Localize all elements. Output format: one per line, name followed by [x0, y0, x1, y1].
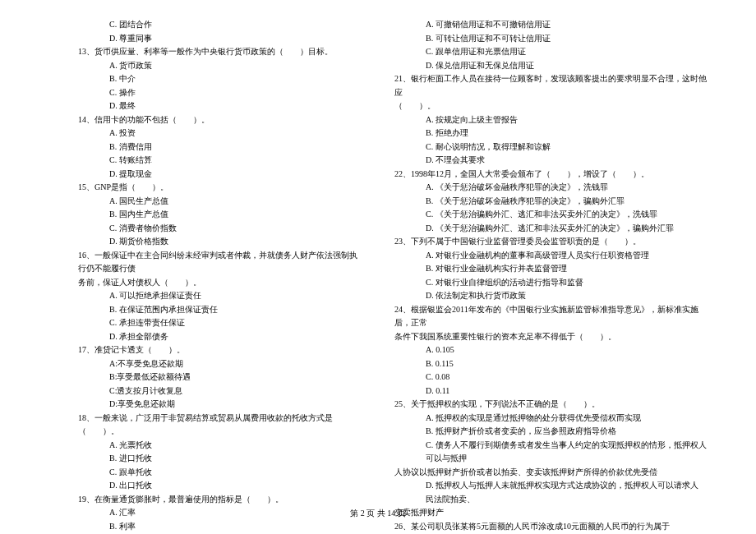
q13-option-c: C. 操作	[78, 86, 362, 100]
page-footer: 第 2 页 共 14 页	[0, 508, 756, 519]
q13-option-a: A. 货币政策	[78, 59, 362, 73]
q23-option-b: B. 对银行业金融机构实行并表监督管理	[394, 262, 707, 276]
q25: 25、关于抵押权的实现，下列说法不正确的是（ ）。	[394, 398, 707, 412]
q20-option-c: C. 跟单信用证和光票信用证	[394, 45, 707, 59]
q14-option-a: A. 投资	[78, 127, 362, 140]
q19: 19、在衡量通货膨胀时，最普遍使用的指标是（ ）。	[78, 493, 362, 507]
q15-option-d: D. 期货价格指数	[78, 235, 362, 249]
q18-option-d: D. 出口托收	[78, 479, 362, 493]
q17: 17、准贷记卡透支（ ）。	[78, 343, 362, 357]
q24-cont: 条件下我国系统重要性银行的资本充足率不得低于（ ）。	[394, 330, 707, 344]
q24-option-b: B. 0.115	[394, 357, 707, 371]
q23-option-c: C. 对银行业自律组织的活动进行指导和监督	[394, 276, 707, 290]
q21-option-c: C. 耐心说明情况，取得理解和谅解	[394, 140, 707, 154]
q16-option-d: D. 承担全部债务	[78, 330, 362, 344]
q18-option-c: C. 跟单托收	[78, 466, 362, 480]
q12-option-d: D. 尊重同事	[78, 32, 362, 46]
q17-option-a: A:不享受免息还款期	[78, 357, 362, 371]
q22-option-a: A. 《关于惩治破坏金融秩序犯罪的决定》，洗钱罪	[394, 181, 707, 195]
q16-cont: 务前，保证人对债权人（ ）。	[78, 276, 362, 290]
q25-c-cont: 人协议以抵押财产折价或者以拍卖、变卖该抵押财产所得的价款优先受偿	[394, 466, 707, 480]
q19-option-b: B. 利率	[78, 520, 362, 534]
q16-option-a: A. 可以拒绝承担保证责任	[78, 289, 362, 303]
q17-option-b: B:享受最低还款额待遇	[78, 371, 362, 384]
q16-option-c: C. 承担连带责任保证	[78, 316, 362, 330]
q25-option-c: C. 债务人不履行到期债务或者发生当事人约定的实现抵押权的情形，抵押权人可以与抵…	[394, 439, 707, 466]
q12-option-c: C. 团结合作	[78, 18, 362, 32]
q24-option-a: A. 0.105	[394, 343, 707, 357]
q14-option-c: C. 转账结算	[78, 154, 362, 168]
q16-option-b: B. 在保证范围内承担保证责任	[78, 303, 362, 317]
q22: 22、1998年12月，全国人大常委会颁布了（ ），增设了（ ）。	[394, 168, 707, 182]
page-container: C. 团结合作 D. 尊重同事 13、货币供应量、利率等一般作为中央银行货币政策…	[0, 0, 756, 501]
q21-option-b: B. 拒绝办理	[394, 127, 707, 140]
q25-option-b: B. 抵押财产折价或者变卖的，应当参照政府指导价格	[394, 425, 707, 439]
q25-option-d: D. 抵押权人与抵押人未就抵押权实现方式达成协议的，抵押权人可以请求人民法院拍卖…	[394, 479, 707, 506]
q22-option-c: C. 《关于惩治骗购外汇、逃汇和非法买卖外汇的决定》，洗钱罪	[394, 208, 707, 222]
q20-option-a: A. 可撤销信用证和不可撤销信用证	[394, 18, 707, 32]
q22-option-b: B. 《关于惩治破坏金融秩序犯罪的决定》，骗购外汇罪	[394, 195, 707, 209]
left-column: C. 团结合作 D. 尊重同事 13、货币供应量、利率等一般作为中央银行货币政策…	[0, 18, 378, 501]
q22-option-d: D. 《关于惩治骗购外汇、逃汇和非法买卖外汇的决定》，骗购外汇罪	[394, 222, 707, 236]
q24-option-d: D. 0.11	[394, 384, 707, 398]
q15: 15、GNP是指（ ）。	[78, 181, 362, 195]
q21-option-d: D. 不理会其要求	[394, 154, 707, 168]
q24-option-c: C. 0.08	[394, 371, 707, 384]
q20-option-d: D. 保兑信用证和无保兑信用证	[394, 59, 707, 73]
q13-option-b: B. 中介	[78, 72, 362, 86]
q18-option-b: B. 进口托收	[78, 452, 362, 466]
q20-option-b: B. 可转让信用证和不可转让信用证	[394, 32, 707, 46]
q17-option-c: C:透支按月计收复息	[78, 384, 362, 398]
q17-option-d: D:享受免息还款期	[78, 398, 362, 412]
q24: 24、根据银监会2011年发布的《中国银行业实施新监管标准指导意见》，新标准实施…	[394, 303, 707, 330]
q15-option-c: C. 消费者物价指数	[78, 222, 362, 236]
q14-option-d: D. 提取现金	[78, 168, 362, 182]
q26: 26、某公司职员张某将5元面额的人民币涂改成10元面额的人民币的行为属于（ ）。	[394, 520, 707, 535]
right-column: A. 可撤销信用证和不可撤销信用证 B. 可转让信用证和不可转让信用证 C. 跟…	[378, 18, 756, 501]
q18-option-a: A. 光票托收	[78, 439, 362, 453]
q23-option-a: A. 对银行业金融机构的董事和高级管理人员实行任职资格管理	[394, 249, 707, 263]
q13: 13、货币供应量、利率等一般作为中央银行货币政策的（ ）目标。	[78, 45, 362, 59]
q16: 16、一般保证中在主合同纠纷未经审判或者仲裁，并就债务人财产依法强制执行仍不能履…	[78, 249, 362, 276]
q13-option-d: D. 最终	[78, 99, 362, 113]
q14-option-b: B. 消费信用	[78, 140, 362, 154]
q21: 21、银行柜面工作人员在接待一位顾客时，发现该顾客提出的要求明显不合理，这时他应	[394, 72, 707, 99]
q21-option-a: A. 按规定向上级主管报告	[394, 113, 707, 127]
q18: 18、一般来说，广泛用于非贸易结算或贸易从属费用收款的托收方式是（ ）。	[78, 412, 362, 439]
q23-option-d: D. 依法制定和执行货币政策	[394, 289, 707, 303]
q15-option-a: A. 国民生产总值	[78, 195, 362, 209]
q23: 23、下列不属于中国银行业监督管理委员会监管职责的是（ ）。	[394, 235, 707, 249]
q25-option-a: A. 抵押权的实现是通过抵押物的处分获得优先受偿权而实现	[394, 412, 707, 426]
q14: 14、信用卡的功能不包括（ ）。	[78, 113, 362, 127]
q21-cont: （ ）。	[394, 99, 707, 113]
q15-option-b: B. 国内生产总值	[78, 208, 362, 222]
